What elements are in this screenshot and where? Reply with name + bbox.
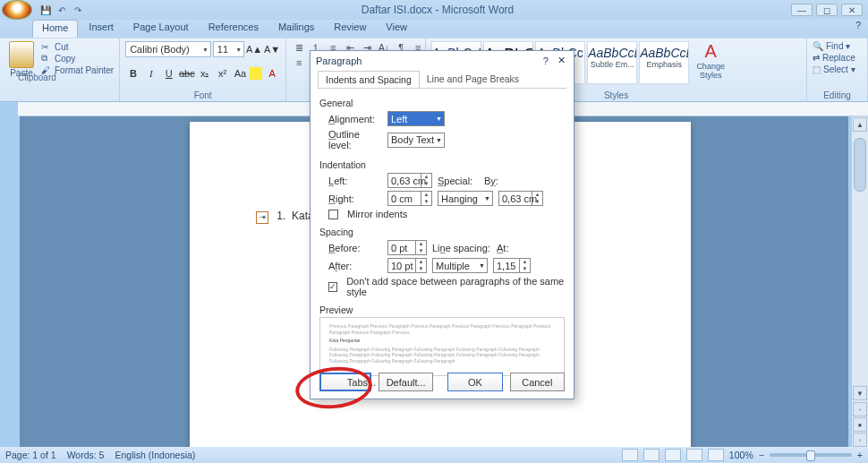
paste-icon[interactable] (9, 41, 34, 68)
tab-review[interactable]: Review (325, 20, 375, 38)
scroll-thumb[interactable] (854, 138, 866, 192)
zoom-slider[interactable] (770, 453, 852, 457)
cut-button[interactable]: ✂Cut (41, 41, 114, 52)
bold-button[interactable]: B (125, 65, 141, 81)
select-button[interactable]: ⬚Select▾ (813, 64, 862, 74)
default-button[interactable]: Default... (379, 373, 433, 391)
after-label: After: (328, 261, 382, 271)
find-icon: 🔍 (813, 41, 823, 51)
special-combo[interactable]: Hanging▼ (438, 191, 493, 206)
status-bar: Page: 1 of 1 Words: 5 English (Indonesia… (0, 447, 868, 463)
font-family-combo[interactable]: Calibri (Body)▼ (125, 41, 211, 57)
close-button[interactable]: ✕ (841, 4, 863, 16)
before-label: Before: (328, 243, 382, 253)
view-draft-icon[interactable] (708, 449, 724, 461)
highlight-button[interactable] (250, 67, 262, 80)
style-subtle-em[interactable]: AaBbCcDcSubtle Em... (587, 41, 637, 84)
dialog-tab-indents[interactable]: Indents and Spacing (318, 71, 420, 88)
next-page-icon[interactable]: ◦ (853, 433, 867, 447)
view-print-layout-icon[interactable] (622, 449, 638, 461)
zoom-level[interactable]: 100% (729, 450, 753, 460)
special-label: Special: (438, 176, 479, 186)
outline-combo[interactable]: Body Text▼ (387, 133, 445, 148)
ribbon-tabs: Home Insert Page Layout References Maili… (0, 20, 868, 38)
dialog-tab-breaks[interactable]: Line and Page Breaks (420, 71, 526, 88)
indent-right-label: Right: (328, 193, 382, 204)
scroll-down-icon[interactable]: ▼ (853, 386, 867, 400)
browse-object-icon[interactable]: ● (853, 417, 867, 432)
grow-font-button[interactable]: A▲ (246, 41, 262, 57)
status-words[interactable]: Words: 5 (67, 450, 105, 460)
same-style-label: Don't add space between paragraphs of th… (346, 276, 565, 297)
maximize-button[interactable]: ◻ (816, 4, 838, 16)
ok-button[interactable]: OK (447, 373, 502, 391)
tabs-button[interactable]: Tabs... (319, 373, 371, 391)
zoom-in-button[interactable]: + (857, 450, 863, 460)
titlebar: 💾 ↶ ↷ Daftar ISI.docx - Microsoft Word —… (0, 0, 868, 20)
scissors-icon: ✂ (41, 41, 52, 52)
view-full-screen-icon[interactable] (643, 449, 660, 461)
section-spacing: Spacing (319, 227, 565, 237)
redo-icon[interactable]: ↷ (72, 4, 84, 16)
indent-right-spinner[interactable]: 0 cm▲▼ (387, 191, 432, 206)
strike-button[interactable]: abc (179, 65, 195, 81)
undo-icon[interactable]: ↶ (55, 4, 68, 16)
alignment-combo[interactable]: Left▼ (387, 111, 445, 126)
prev-page-icon[interactable]: ◦ (853, 402, 867, 416)
view-outline-icon[interactable] (686, 449, 702, 461)
mirror-checkbox[interactable] (328, 210, 338, 219)
scroll-up-icon[interactable]: ▲ (853, 117, 867, 132)
office-button[interactable] (2, 0, 32, 20)
section-general: General (319, 98, 565, 108)
at-label: At: (497, 243, 515, 253)
tab-insert[interactable]: Insert (80, 20, 123, 38)
status-page[interactable]: Page: 1 of 1 (5, 450, 56, 460)
minimize-button[interactable]: — (791, 4, 813, 16)
at-spinner[interactable]: 1,15▲▼ (493, 258, 531, 273)
tab-home[interactable]: Home (32, 20, 78, 38)
status-language[interactable]: English (Indonesia) (115, 450, 195, 460)
tab-references[interactable]: References (200, 20, 268, 38)
shrink-font-button[interactable]: A▼ (264, 41, 280, 57)
select-icon: ⬚ (813, 64, 821, 74)
find-button[interactable]: 🔍Find▾ (813, 41, 862, 51)
change-styles-button[interactable]: Change Styles (691, 62, 730, 80)
same-style-checkbox[interactable]: ✓ (328, 282, 337, 292)
paragraph-dialog: Paragraph ? ✕ Indents and Spacing Line a… (310, 50, 574, 399)
dialog-close-icon[interactable]: ✕ (554, 55, 568, 67)
help-icon[interactable]: ? (855, 20, 861, 38)
italic-button[interactable]: I (143, 65, 159, 81)
alignment-label: Alignment: (328, 114, 382, 124)
mirror-label: Mirror indents (347, 209, 407, 219)
font-size-combo[interactable]: 11▼ (213, 41, 244, 57)
copy-icon: ⧉ (41, 53, 52, 64)
after-spinner[interactable]: 10 pt▲▼ (387, 258, 427, 273)
tab-view[interactable]: View (377, 20, 416, 38)
quick-access-toolbar: 💾 ↶ ↷ (39, 4, 84, 16)
subscript-button[interactable]: x₂ (197, 65, 213, 81)
zoom-out-button[interactable]: − (759, 450, 764, 460)
line-spacing-label: Line spacing: (432, 243, 491, 253)
vertical-scrollbar[interactable]: ▲ ▼ ◦ ● ◦ (852, 116, 868, 447)
replace-button[interactable]: ⇄Replace (813, 53, 862, 63)
line-spacing-combo[interactable]: Multiple▼ (432, 258, 488, 273)
tab-page-layout[interactable]: Page Layout (124, 20, 198, 38)
align-center-icon[interactable]: ≡ (292, 56, 306, 69)
dialog-help-icon[interactable]: ? (543, 56, 549, 66)
copy-button[interactable]: ⧉Copy (41, 53, 114, 64)
superscript-button[interactable]: x² (215, 65, 231, 81)
save-icon[interactable]: 💾 (39, 4, 52, 16)
before-spinner[interactable]: 0 pt▲▼ (387, 240, 427, 255)
by-label: By: (484, 176, 506, 186)
cancel-button[interactable]: Cancel (510, 373, 565, 391)
bullets-icon[interactable]: ≣ (292, 41, 306, 54)
font-color-button[interactable]: A (264, 65, 280, 81)
indent-left-spinner[interactable]: 0,63 cm▲▼ (387, 173, 432, 188)
view-web-icon[interactable] (665, 449, 681, 461)
change-case-button[interactable]: Aa (233, 65, 249, 81)
style-emphasis[interactable]: AaBbCcDcEmphasis (639, 41, 689, 84)
change-styles-icon[interactable]: A (691, 41, 730, 62)
tab-mailings[interactable]: Mailings (269, 20, 323, 38)
by-spinner[interactable]: 0,63 cm▲▼ (498, 191, 543, 206)
underline-button[interactable]: U (161, 65, 177, 81)
